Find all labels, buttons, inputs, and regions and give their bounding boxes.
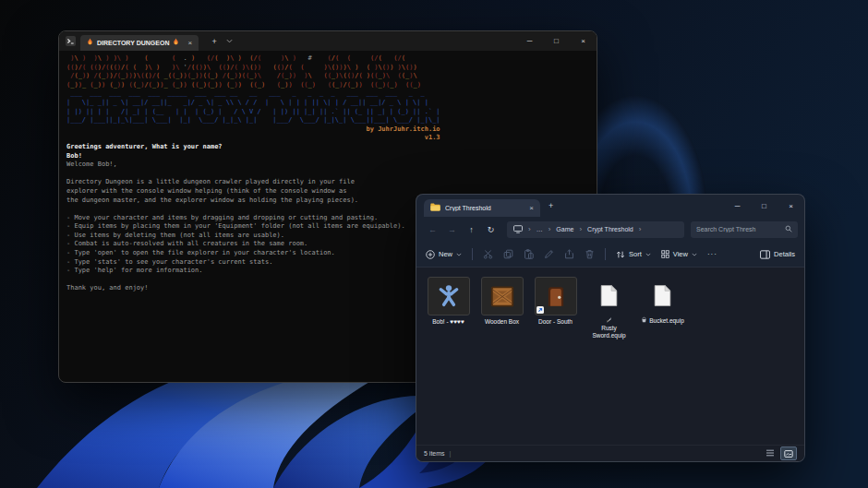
file-item[interactable]: Door - South: [531, 277, 580, 326]
ascii-art: )\ ) )\ ) )\ ) ( ( . ) (/( )\ ) (/( )\ )…: [66, 54, 440, 143]
ascii-title-line: | |) || | | /| _| | (__ | | | (_) | / \ …: [66, 108, 440, 117]
terminal-tab[interactable]: DIRECTORY DUNGEON ×: [80, 35, 199, 51]
breadcrumb-item[interactable]: …: [536, 226, 543, 232]
file-icon: [643, 277, 683, 314]
ascii-title-line: | \|_ _|| _ \| __|/ __||_ _|/ _ \| _ \\ …: [66, 99, 440, 108]
explorer-window-controls: ─ □ ×: [724, 195, 804, 217]
search-icon: [785, 225, 792, 233]
chevron-right-icon: ›: [549, 225, 551, 233]
chevron-right-icon: ›: [528, 225, 531, 233]
file-label: Rusty Sword.equip: [585, 316, 633, 339]
minimize-button[interactable]: ─: [516, 31, 543, 51]
terminal-line: Welcome Bob!,: [66, 161, 589, 170]
explorer-tab[interactable]: Crypt Threshold ×: [424, 199, 540, 217]
status-bar: 5 items |: [416, 445, 804, 461]
chevron-right-icon: ›: [639, 225, 642, 233]
file-item[interactable]: Wooden Box: [477, 277, 526, 326]
close-button[interactable]: ×: [778, 195, 804, 217]
new-tab-button[interactable]: +: [549, 201, 553, 210]
explorer-window: Crypt Threshold × + ─ □ × ← → ↑ ↻ ›…›Gam…: [416, 194, 805, 462]
ascii-flame-line: (()/( (()/((()/( ( )\ ) )\ '/(())\ (()/(…: [66, 64, 440, 73]
refresh-icon[interactable]: ↻: [481, 225, 500, 234]
monitor-icon: [513, 225, 523, 234]
breadcrumb[interactable]: ›…›Game›Crypt Threshold›: [507, 221, 684, 238]
shortcut-arrow-icon: [536, 306, 544, 314]
ascii-title-line: ___ ___ ___ ___ ___ _____ ___ ___ __ __ …: [66, 89, 440, 99]
search-input[interactable]: Search Crypt Thresh: [691, 221, 798, 238]
view-button[interactable]: View: [661, 250, 697, 258]
file-item[interactable]: Rusty Sword.equip: [585, 277, 633, 339]
minimize-button[interactable]: ─: [724, 195, 751, 217]
command-bar: New Sort View ··· Details: [416, 242, 804, 268]
bucket-icon: [641, 316, 647, 325]
maximize-button[interactable]: □: [751, 195, 778, 217]
terminal-app-icon: [66, 36, 76, 46]
close-button[interactable]: ×: [570, 31, 597, 51]
file-item[interactable]: Bucket.equip: [638, 277, 687, 325]
details-button[interactable]: Details: [760, 250, 795, 259]
terminal-line: Directory Dungeon is a little dungeon cr…: [66, 178, 589, 187]
file-icon: [589, 277, 630, 314]
terminal-titlebar[interactable]: DIRECTORY DUNGEON × + ─ □ ×: [59, 31, 597, 51]
search-text: Search Crypt Thresh: [696, 226, 781, 232]
byline-text: by JuhrJuhr.itch.io: [66, 125, 440, 135]
address-bar: ← → ↑ ↻ ›…›Game›Crypt Threshold› Search …: [416, 217, 804, 242]
more-options-button[interactable]: ···: [707, 250, 717, 258]
item-count: 5 items: [424, 450, 445, 457]
paste-icon[interactable]: [524, 249, 534, 259]
explorer-tab-title: Crypt Threshold: [445, 205, 524, 211]
maximize-button[interactable]: □: [543, 31, 570, 51]
list-view-button[interactable]: [763, 446, 778, 458]
ascii-flame-line: (_))_ (_)) (_)) ((_)/(_))_ (_)) ((_)(_))…: [66, 81, 440, 90]
tab-dropdown-icon[interactable]: [226, 39, 233, 43]
folder-icon: [430, 203, 440, 213]
forward-icon[interactable]: →: [442, 225, 462, 234]
tab-close-icon[interactable]: ×: [187, 39, 192, 47]
new-button[interactable]: New: [426, 250, 462, 259]
delete-icon[interactable]: [585, 249, 595, 259]
terminal-tab-title: DIRECTORY DUNGEON: [97, 40, 169, 46]
file-label: Door - South: [538, 318, 573, 326]
copy-icon[interactable]: [503, 249, 513, 259]
chevron-right-icon: ›: [579, 225, 582, 233]
person-icon: [428, 277, 470, 315]
terminal-line: Bob!: [66, 152, 589, 161]
new-tab-button[interactable]: +: [208, 37, 221, 46]
file-item[interactable]: Bob! - ♥♥♥♥: [424, 277, 473, 326]
door-icon: [535, 277, 577, 315]
file-label: Bucket.equip: [641, 316, 684, 325]
ascii-title-line: |___/ |___||_|_\|___| \___| |_| \___/ |_…: [66, 116, 440, 125]
tab-close-icon[interactable]: ×: [529, 204, 534, 212]
file-label: Wooden Box: [485, 318, 519, 326]
breadcrumb-item[interactable]: Crypt Threshold: [587, 226, 633, 232]
toolbar-divider: [605, 248, 606, 260]
crate-icon: [481, 277, 524, 315]
version-text: v1.3: [66, 134, 440, 143]
terminal-line: [66, 170, 589, 179]
back-icon[interactable]: ←: [423, 225, 442, 234]
explorer-titlebar[interactable]: Crypt Threshold × + ─ □ ×: [416, 195, 804, 217]
up-icon[interactable]: ↑: [462, 225, 481, 234]
share-icon[interactable]: [564, 249, 574, 259]
sort-button[interactable]: Sort: [616, 250, 651, 259]
flame-icon: [173, 38, 179, 47]
toolbar-divider: [472, 248, 473, 260]
terminal-line: Greetings adventurer, What is your name?: [66, 143, 589, 152]
file-label: Bob! - ♥♥♥♥: [432, 318, 464, 326]
ascii-flame-line: )\ ) )\ ) )\ ) ( ( . ) (/( )\ ) (/( )\ )…: [66, 54, 440, 64]
file-list: Bob! - ♥♥♥♥Wooden BoxDoor - SouthRusty S…: [416, 268, 804, 445]
cut-icon[interactable]: [483, 249, 493, 259]
rename-icon[interactable]: [544, 249, 554, 259]
breadcrumb-item[interactable]: Game: [556, 226, 573, 232]
large-icons-view-button[interactable]: [780, 446, 797, 460]
dagger-icon: [606, 316, 612, 325]
terminal-window-controls: ─ □ ×: [516, 31, 597, 51]
desktop: DIRECTORY DUNGEON × + ─ □ × )\ ) )\ ) )\…: [0, 0, 868, 488]
ascii-flame-line: /(_)) /(_))/(_)))\(()/( _((_))(_))((_) /…: [66, 72, 440, 81]
flame-icon: [87, 38, 93, 47]
